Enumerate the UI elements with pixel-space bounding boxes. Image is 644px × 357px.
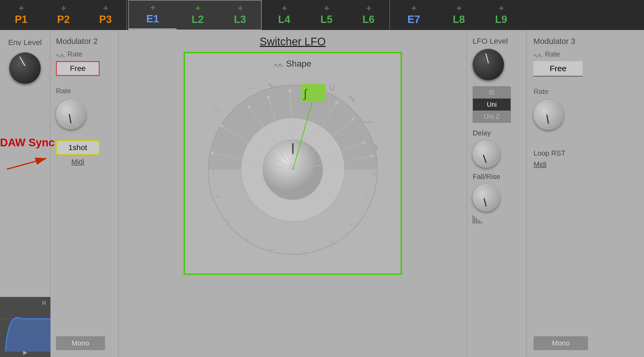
- tab-label-l9: L9: [495, 14, 507, 25]
- fall-rise-knob[interactable]: [473, 184, 500, 212]
- tab-l3[interactable]: ✛ L3: [219, 1, 261, 29]
- delay-label: Delay: [473, 129, 521, 137]
- mod2-rate-knob[interactable]: [56, 99, 86, 129]
- mod2-mono-button[interactable]: Mono: [56, 336, 105, 350]
- center-panel: Switcher LFO Shape: [119, 30, 467, 357]
- tab-p1[interactable]: ✛ P1: [0, 0, 42, 30]
- tab-label-l2: L2: [192, 14, 204, 25]
- svg-text:〰: 〰: [364, 117, 374, 128]
- mod3-rate-label-bottom: Rate: [533, 87, 548, 96]
- play-triangle: ▶: [23, 349, 27, 356]
- wave-icon-mod2: [56, 51, 65, 57]
- drag-icon-p1: ✛: [19, 5, 24, 12]
- svg-text:⌇: ⌇: [211, 166, 216, 177]
- env-level-knob[interactable]: [9, 52, 41, 84]
- lfo-shape-wheel[interactable]: ∫ ∪ ⌒ ∿ ∫ ∪ ∿ 〰 ∧: [195, 72, 391, 268]
- lfo-wheel-svg: ∫ ∪ ⌒ ∿ ∫ ∪ ∿ 〰 ∧: [195, 72, 391, 268]
- svg-point-23: [362, 141, 365, 144]
- daw-sync-arrow: [4, 153, 53, 175]
- svg-point-25: [211, 152, 214, 155]
- shape-label: Shape: [286, 59, 311, 69]
- svg-text:∿: ∿: [347, 92, 356, 104]
- svg-point-21: [335, 101, 338, 105]
- tab-label-l4: L4: [278, 14, 290, 25]
- daw-sync-label: DAW Sync: [0, 136, 55, 149]
- tab-label-e1: E1: [146, 13, 159, 25]
- lfo-level-panel: LFO Level Bi Uni Uni Z Delay Fall/Rise: [467, 30, 527, 357]
- svg-text:∿: ∿: [267, 80, 276, 91]
- lfo-level-knob[interactable]: [473, 49, 504, 80]
- svg-text:⌒: ⌒: [246, 87, 257, 98]
- tab-l5[interactable]: ✛ L5: [305, 0, 348, 30]
- uni-option[interactable]: Uni: [473, 99, 511, 111]
- drag-icon-e1: ✛: [150, 4, 155, 11]
- drag-icon-l5: ✛: [324, 5, 329, 12]
- top-navigation-bar: ✛ P1 ✛ P2 ✛ P3 ✛ E1 ✛ L2 ✛ L3 ✛ L4 ✛ L5 …: [0, 0, 644, 30]
- switcher-lfo-box: Shape: [184, 52, 402, 275]
- svg-text:?: ?: [328, 238, 334, 250]
- drag-icon-l3: ✛: [238, 5, 243, 12]
- mod3-title: Modulator 3: [533, 37, 637, 46]
- switcher-lfo-title: Switcher LFO: [260, 35, 326, 48]
- mod3-rate-knob[interactable]: [533, 100, 563, 130]
- tab-label-p1: P1: [15, 14, 27, 25]
- tab-e1[interactable]: ✛ E1: [129, 1, 177, 29]
- fall-rise-label: Fall/Rise: [473, 172, 521, 181]
- svg-point-18: [267, 96, 270, 99]
- drag-icon-l9: ✛: [499, 5, 504, 12]
- tab-p2[interactable]: ✛ P2: [42, 0, 85, 30]
- drag-icon-e7: ✛: [412, 5, 416, 12]
- free-button-mod2[interactable]: Free: [56, 61, 100, 76]
- delay-knob[interactable]: [473, 141, 500, 168]
- drag-icon-l4: ✛: [282, 5, 287, 12]
- oneshot-button-mod2[interactable]: 1shot: [56, 140, 100, 155]
- mod2-rate-label-top: Rate: [67, 50, 82, 58]
- svg-text:∿: ∿: [301, 248, 310, 259]
- mod2-rate-label-bottom: Rate: [56, 87, 71, 95]
- uniz-option[interactable]: Uni Z: [473, 111, 511, 123]
- drag-icon-l2: ✛: [195, 5, 200, 12]
- wave-icon-center: [274, 61, 283, 67]
- svg-point-22: [351, 118, 354, 121]
- svg-text:∪: ∪: [208, 105, 222, 116]
- drag-icon-l6: ✛: [366, 5, 371, 12]
- tab-label-l5: L5: [320, 14, 332, 25]
- svg-point-26: [370, 154, 374, 158]
- tab-l4[interactable]: ✛ L4: [263, 0, 305, 30]
- mod2-midi-label: Midi: [56, 158, 100, 166]
- mod2-title: Modulator 2: [56, 37, 113, 46]
- tab-l6[interactable]: ✛ L6: [348, 0, 390, 30]
- free-button-mod3[interactable]: Free: [533, 61, 583, 76]
- envelope-r-label: R: [42, 300, 46, 307]
- tab-e7[interactable]: ✛ E7: [390, 0, 438, 30]
- svg-text:∧: ∧: [372, 141, 380, 153]
- svg-text:⌗: ⌗: [225, 215, 230, 227]
- drag-icon-p2: ✛: [61, 5, 66, 12]
- svg-text:∿: ∿: [244, 234, 252, 246]
- svg-text:⌁: ⌁: [268, 244, 275, 255]
- tab-p3[interactable]: ✛ P3: [85, 0, 127, 30]
- main-content: Env Level R ▶ Modulator 2 Ra: [0, 30, 644, 357]
- drag-icon-p3: ✛: [103, 5, 108, 12]
- svg-text:∧: ∧: [371, 169, 378, 180]
- wave-icon-mod3: [533, 51, 543, 57]
- svg-text:⌐: ⌐: [350, 218, 356, 229]
- tab-l9[interactable]: ✛ L9: [480, 0, 522, 30]
- svg-point-17: [248, 105, 251, 109]
- svg-line-2: [7, 158, 46, 169]
- svg-text:⌁: ⌁: [215, 191, 221, 202]
- mod3-panel: Modulator 3 Rate Free Rate Loop RST Midi…: [527, 30, 644, 357]
- tab-label-l8: L8: [453, 14, 465, 25]
- tab-l8[interactable]: ✛ L8: [438, 0, 480, 30]
- tab-l2[interactable]: ✛ L2: [177, 1, 219, 29]
- tab-label-p3: P3: [99, 14, 112, 25]
- fall-rise-lines: [473, 215, 521, 224]
- svg-text:⌇: ⌇: [364, 193, 369, 205]
- loop-rst-label: Loop RST: [533, 149, 565, 157]
- mod3-mono-button[interactable]: Mono: [533, 336, 588, 350]
- bi-uni-selector[interactable]: Bi Uni Uni Z: [473, 86, 511, 123]
- bi-option[interactable]: Bi: [473, 87, 511, 99]
- drag-icon-l8: ✛: [457, 5, 461, 12]
- svg-point-19: [288, 89, 292, 92]
- mod3-rate-label-top: Rate: [545, 50, 560, 58]
